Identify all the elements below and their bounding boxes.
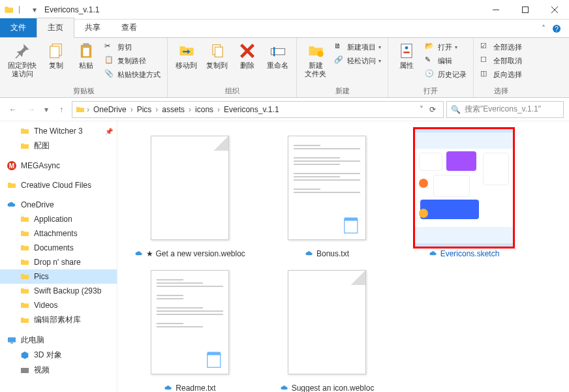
history-button[interactable]: 🕓历史记录 (422, 68, 469, 81)
recent-dropdown[interactable]: ▾ (42, 102, 51, 117)
chevron-right-icon[interactable]: › (155, 105, 158, 114)
tab-home[interactable]: 主页 (37, 18, 74, 38)
group-clipboard-label: 剪贴板 (4, 85, 163, 97)
chevron-right-icon[interactable]: › (217, 105, 220, 114)
group-open-label: 打开 (392, 85, 469, 97)
new-folder-button[interactable]: 新建 文件夹 (301, 39, 330, 81)
copy-button[interactable]: 复制 (42, 39, 70, 72)
copy-to-button[interactable]: 复制到 (202, 39, 232, 72)
scissors-icon: ✂ (104, 42, 115, 52)
select-none-button[interactable]: ☐全部取消 (478, 54, 525, 67)
refresh-button[interactable]: ⟳ (425, 105, 440, 114)
tree-item[interactable]: 视频 (0, 363, 117, 378)
tree-item-ccf[interactable]: Creative Cloud Files (0, 178, 117, 192)
file-item[interactable]: ★ Get a new version.webloc (121, 127, 258, 261)
svg-rect-29 (208, 352, 221, 355)
crumb-current[interactable]: Evericons_v.1.1 (221, 104, 282, 115)
folder-icon (20, 257, 30, 267)
selectall-icon: ☑ (480, 42, 491, 52)
svg-rect-1 (522, 7, 528, 12)
ribbon: 固定到快 速访问 复制 粘贴 ✂剪切 📋复制路径 📎粘贴快捷方式 剪贴板 移动到 (0, 38, 569, 98)
chevron-right-icon[interactable]: › (131, 105, 133, 114)
cloud-icon (305, 249, 314, 258)
tree-item[interactable]: Drop n' share (0, 255, 117, 269)
qat-dropdown-icon[interactable]: ▾ (33, 5, 37, 14)
file-item[interactable]: Suggest an icon.webloc (258, 261, 395, 392)
folder-icon (20, 315, 30, 325)
open-button[interactable]: 📂打开 ▾ (422, 40, 469, 53)
tree-item[interactable]: 配图 (0, 138, 117, 153)
minimize-button[interactable] (481, 0, 510, 20)
tree-item[interactable]: Documents (0, 241, 117, 255)
pin-to-quick-button[interactable]: 固定到快 速访问 (4, 39, 40, 81)
qat-divider-icon: | (18, 5, 29, 15)
tree-item[interactable]: The Witcher 3📌 (0, 124, 117, 138)
properties-icon (397, 42, 416, 60)
svg-rect-10 (83, 48, 89, 56)
copyto-icon (208, 42, 226, 60)
svg-rect-20 (403, 52, 409, 53)
folder-icon (20, 271, 30, 282)
chevron-right-icon[interactable]: › (189, 105, 191, 114)
crumb-pics[interactable]: Pics (134, 104, 155, 115)
forward-button[interactable]: → (23, 102, 39, 117)
newfolder-icon (307, 42, 325, 60)
tree-item[interactable]: 3D 对象 (0, 348, 117, 363)
tree-item[interactable]: Application (0, 212, 117, 226)
crumb-assets[interactable]: assets (159, 104, 187, 115)
tab-file[interactable]: 文件 (0, 18, 37, 37)
tree-item-megasync[interactable]: MMEGAsync (0, 158, 117, 173)
tree-item[interactable]: Attachments (0, 226, 117, 241)
tree-item-thispc[interactable]: 此电脑 (0, 333, 117, 348)
edit-button[interactable]: ✎编辑 (422, 54, 469, 67)
easy-access-button[interactable]: 🔗轻松访问 ▾ (331, 54, 384, 67)
copy-path-button[interactable]: 📋复制路径 (102, 54, 163, 67)
tree-item[interactable]: 编辑部素材库 (0, 312, 117, 327)
cut-button[interactable]: ✂剪切 (102, 40, 163, 53)
file-pane[interactable]: ★ Get a new version.webloc Bonus.txt (117, 121, 569, 392)
maximize-button[interactable] (510, 0, 540, 20)
tree-item-onedrive[interactable]: OneDrive (0, 198, 117, 212)
search-placeholder: 搜索"Evericons_v.1.1" (465, 104, 541, 115)
file-item[interactable]: Readme.txt (121, 261, 258, 392)
selectnone-icon: ☐ (480, 55, 491, 66)
crumb-onedrive[interactable]: OneDrive (91, 104, 129, 115)
tree-item[interactable]: Videos (0, 298, 117, 312)
chevron-right-icon[interactable]: › (87, 105, 89, 114)
invert-selection-button[interactable]: ◫反向选择 (478, 68, 525, 81)
crumb-icons[interactable]: icons (192, 104, 216, 115)
edit-icon: ✎ (425, 55, 435, 66)
group-new-label: 新建 (301, 85, 384, 97)
up-button[interactable]: ↑ (54, 102, 69, 117)
properties-button[interactable]: 属性 (392, 39, 421, 72)
window-title: Evericons_v.1.1 (40, 5, 481, 14)
help-icon[interactable]: ? (552, 24, 561, 33)
file-item-selected[interactable]: Evericons.sketch (395, 127, 532, 261)
tree-item-pics[interactable]: Pics (0, 269, 117, 284)
rename-icon (269, 42, 287, 60)
paste-icon (77, 42, 95, 60)
back-button[interactable]: ← (5, 102, 21, 117)
tab-view[interactable]: 查看 (111, 18, 147, 37)
select-all-button[interactable]: ☑全部选择 (478, 40, 525, 53)
file-item[interactable]: Bonus.txt (258, 127, 395, 261)
cc-folder-icon (7, 180, 17, 190)
rename-button[interactable]: 重命名 (263, 39, 292, 72)
new-item-button[interactable]: 🗎新建项目 ▾ (331, 40, 384, 53)
file-name: Bonus.txt (316, 249, 349, 258)
paste-button[interactable]: 粘贴 (72, 39, 100, 72)
ribbon-minimize-icon[interactable]: ˄ (542, 24, 546, 33)
svg-rect-24 (10, 342, 13, 343)
delete-button[interactable]: 删除 (233, 39, 262, 72)
svg-rect-15 (271, 49, 284, 55)
delete-icon (238, 42, 256, 60)
tab-share[interactable]: 共享 (74, 18, 111, 37)
paste-shortcut-button[interactable]: 📎粘贴快捷方式 (102, 68, 163, 81)
search-input[interactable]: 🔍 搜索"Evericons_v.1.1" (446, 101, 564, 118)
tree-item[interactable]: Swift Backup (293b (0, 284, 117, 298)
address-bar[interactable]: › OneDrive› Pics› assets› icons› Everico… (72, 101, 444, 118)
file-name: ★ Get a new version.webloc (146, 249, 245, 258)
close-button[interactable] (540, 0, 569, 20)
move-to-button[interactable]: 移动到 (172, 39, 201, 72)
address-dropdown-icon[interactable]: ˅ (420, 105, 423, 114)
